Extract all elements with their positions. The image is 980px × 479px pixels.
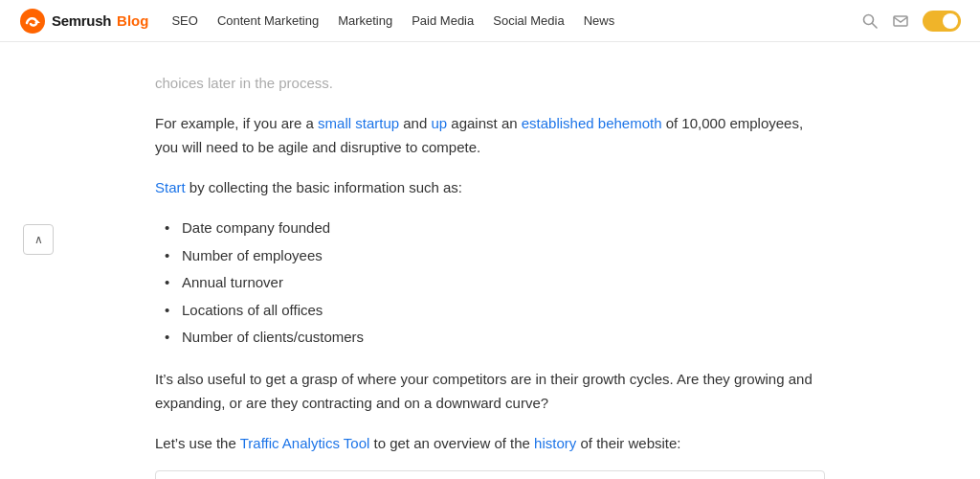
para3-text: It’s also useful to get a grasp of where… bbox=[155, 371, 813, 412]
paragraph-4: Let’s use the Traffic Analytics Tool to … bbox=[155, 431, 825, 456]
nav-link-paid-media[interactable]: Paid Media bbox=[412, 13, 474, 28]
faded-intro-text: choices later in the process. bbox=[155, 71, 825, 96]
para1-text: For example, if you are a small startup … bbox=[155, 115, 803, 156]
email-icon[interactable] bbox=[892, 12, 909, 30]
paragraph-2: Start by collecting the basic informatio… bbox=[155, 175, 825, 200]
startup-link[interactable]: small startup bbox=[318, 115, 399, 131]
company-info-card: Company Info i Wayfair f t in bbox=[155, 470, 825, 479]
navbar: Semrush Blog SEO Content Marketing Marke… bbox=[0, 0, 980, 42]
logo-area[interactable]: Semrush Blog bbox=[19, 8, 148, 34]
bullet-item-3: Locations of all offices bbox=[165, 297, 825, 325]
nav-links: SEO Content Marketing Marketing Paid Med… bbox=[171, 13, 861, 28]
semrush-logo-icon bbox=[19, 8, 46, 34]
para4-middle: to get an overview of the bbox=[369, 435, 534, 451]
bullet-item-1: Number of employees bbox=[165, 242, 825, 270]
search-icon[interactable] bbox=[861, 12, 879, 30]
established-link[interactable]: established behemoth bbox=[522, 115, 662, 131]
bullet-item-2: Annual turnover bbox=[165, 269, 825, 297]
traffic-analytics-link[interactable]: Traffic Analytics Tool bbox=[240, 435, 370, 451]
svg-line-3 bbox=[873, 23, 878, 28]
scroll-top-button[interactable]: ∧ bbox=[23, 224, 54, 255]
bullet-list: Date company founded Number of employees… bbox=[165, 215, 825, 352]
bullet-item-4: Number of clients/customers bbox=[165, 324, 825, 352]
paragraph-3: It’s also useful to get a grasp of where… bbox=[155, 367, 825, 416]
up-link[interactable]: up bbox=[431, 115, 447, 131]
paragraph-1: For example, if you are a small startup … bbox=[155, 111, 825, 160]
bullet-item-0: Date company founded bbox=[165, 215, 825, 242]
scroll-top-icon: ∧ bbox=[34, 233, 43, 246]
para4-suffix: of their website: bbox=[576, 435, 680, 451]
svg-rect-4 bbox=[894, 16, 907, 26]
start-link[interactable]: Start bbox=[155, 179, 186, 195]
theme-toggle[interactable] bbox=[923, 11, 961, 32]
nav-link-marketing[interactable]: Marketing bbox=[338, 13, 392, 28]
nav-link-seo[interactable]: SEO bbox=[171, 13, 197, 28]
nav-link-news[interactable]: News bbox=[584, 13, 615, 28]
para4-prefix: Let’s use the bbox=[155, 435, 240, 451]
history-link[interactable]: history bbox=[534, 435, 576, 451]
nav-right bbox=[861, 11, 961, 32]
nav-link-content-marketing[interactable]: Content Marketing bbox=[217, 13, 319, 28]
svg-point-0 bbox=[20, 9, 45, 34]
logo-blog: Blog bbox=[117, 12, 148, 29]
content-wrapper: choices later in the process. For exampl… bbox=[78, 42, 902, 479]
nav-link-social-media[interactable]: Social Media bbox=[493, 13, 564, 28]
logo-semrush: Semrush bbox=[52, 12, 111, 29]
